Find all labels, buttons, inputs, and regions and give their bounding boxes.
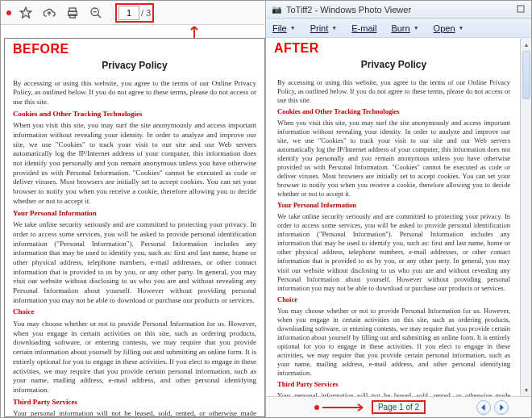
before-label: BEFORE [5,39,264,56]
wpv-titlebar: 📷 ToTiff2 - Windows Photo Viewer [266,1,531,19]
scroll-up-button[interactable]: ▴ [522,40,531,49]
sec-personal-text: We take online security seriously and ar… [277,212,510,292]
page-indicator-after: Page 1 of 2 [372,400,426,414]
annotation-dot [314,405,319,410]
sec-cookies-text: When you visit this site, you may surf t… [277,119,510,199]
page-total-label: / 3 [141,8,151,18]
sec-thirdparty-text: Your personal information will not be le… [13,409,256,416]
svg-line-5 [98,15,101,18]
before-panel: / 3 BEFORE Privacy Policy By accessing o… [1,1,266,417]
sec-personal-text: We take online security seriously and ar… [13,220,256,305]
intro-text: By accessing or using this website, you … [277,78,510,105]
print-icon[interactable] [64,4,81,22]
zoom-out-icon[interactable] [87,4,105,22]
sec-choice-heading: Choice [277,295,510,304]
wpv-title-text: ToTiff2 - Windows Photo Viewer [286,5,411,15]
menu-burn[interactable]: Burn▼ [391,23,418,33]
scroll-down-button[interactable]: ▾ [522,385,531,395]
after-label: AFTER [266,38,520,56]
page-indicator-before: / 3 [115,3,154,23]
svg-marker-9 [501,404,504,409]
doc-title: Privacy Policy [277,59,510,72]
bookmark-icon[interactable] [17,4,35,22]
wpv-footer: Page 1 of 2 [266,396,531,417]
upload-cloud-icon[interactable] [40,4,58,22]
before-doc-body: Privacy Policy By accessing or using thi… [5,56,264,416]
scroll-thumb[interactable] [522,51,530,99]
menu-print[interactable]: Print▼ [310,23,338,33]
sec-choice-heading: Choice [13,307,256,317]
sec-choice-text: You may choose whether or not to provide… [13,320,256,395]
menu-email[interactable]: E-mail [351,23,376,33]
wpv-menubar: File▼ Print▼ E-mail Burn▼ Open▼ [266,19,531,38]
scrollbar[interactable]: ▴ ▾ [520,38,531,396]
sec-thirdparty-heading: Third Party Services [277,380,510,389]
wpv-app-icon: 📷 [271,4,282,15]
sec-cookies-heading: Cookies and Other Tracking Technologies [277,107,510,116]
svg-marker-0 [20,7,31,18]
intro-text: By accessing or using this website, you … [13,79,256,107]
annotation-dot [6,10,11,15]
sec-cookies-heading: Cookies and Other Tracking Technologies [13,110,256,119]
sec-personal-heading: Your Personal Information [13,209,256,219]
annotation-arrow-after [314,402,369,413]
after-panel: 📷 ToTiff2 - Windows Photo Viewer File▼ P… [266,1,531,417]
prev-page-button[interactable] [476,400,491,415]
next-page-button[interactable] [494,400,509,415]
wpv-nav [476,400,509,415]
svg-rect-7 [517,6,524,12]
doc-title: Privacy Policy [13,60,256,73]
svg-marker-8 [482,404,485,409]
maximize-icon[interactable] [517,5,526,15]
pdf-toolbar: / 3 [1,1,265,25]
menu-file[interactable]: File▼ [272,23,296,33]
menu-open[interactable]: Open▼ [434,23,464,33]
sec-thirdparty-heading: Third Party Services [13,398,256,408]
sec-personal-heading: Your Personal Information [277,201,510,210]
sec-cookies-text: When you visit this site, you may surf t… [13,121,256,206]
scroll-track[interactable] [522,51,531,383]
sec-choice-text: You may choose whether or not to provide… [277,307,510,378]
page-current-input[interactable] [118,6,139,20]
annotation-arrow-before [1,25,265,36]
after-doc-body: Privacy Policy By accessing or using thi… [266,56,520,396]
